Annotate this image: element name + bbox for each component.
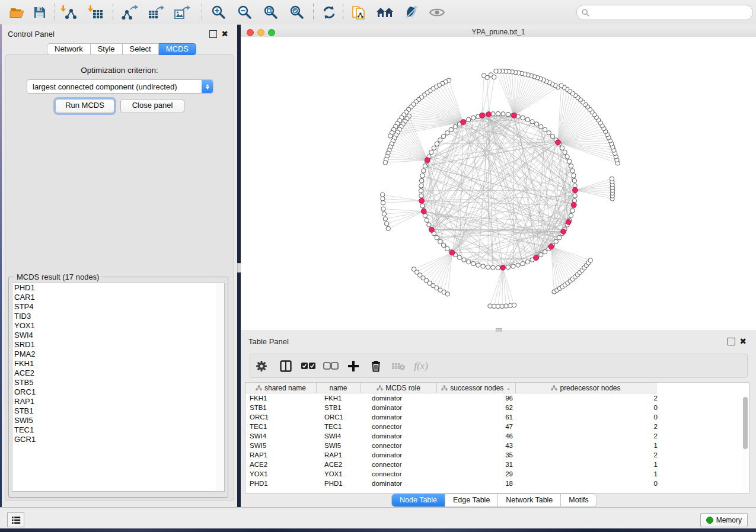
network-node[interactable] (492, 304, 496, 308)
network-node[interactable] (506, 265, 510, 269)
table-cell[interactable]: 2 (526, 432, 666, 440)
column-header-shared-name[interactable]: shared name (245, 383, 317, 393)
import-network-icon[interactable] (58, 2, 78, 22)
network-hub-node[interactable] (486, 112, 492, 117)
network-node[interactable] (471, 261, 476, 265)
tab-network[interactable]: Network (47, 43, 91, 55)
zoom-fit-icon[interactable] (261, 2, 281, 22)
network-hub-node[interactable] (449, 250, 455, 255)
network-node[interactable] (543, 127, 547, 132)
table-cell[interactable]: STB1 (245, 404, 320, 411)
table-cell[interactable]: dominator (368, 414, 448, 421)
network-node[interactable] (381, 197, 385, 201)
mcds-result-item[interactable]: ACE2 (12, 368, 217, 378)
mcds-result-item[interactable]: RAP1 (12, 397, 217, 406)
network-node[interactable] (419, 194, 423, 198)
network-node[interactable] (383, 217, 387, 221)
export-table-icon[interactable] (146, 2, 166, 22)
mcds-result-item[interactable]: SRD1 (12, 340, 217, 350)
network-node[interactable] (521, 261, 525, 265)
network-hub-node[interactable] (419, 198, 425, 204)
network-node[interactable] (554, 239, 558, 243)
network-node[interactable] (420, 204, 425, 208)
table-cell[interactable]: 47 (448, 423, 526, 430)
network-node[interactable] (491, 265, 495, 270)
table-cell[interactable]: 2 (526, 395, 666, 402)
column-header-predecessor-nodes[interactable]: predecessor nodes (516, 383, 656, 393)
network-node[interactable] (427, 223, 431, 227)
network-node[interactable] (457, 255, 461, 259)
close-panel-icon[interactable]: ✖ (221, 31, 228, 37)
table-cell[interactable]: SWI4 (320, 432, 368, 440)
network-node[interactable] (441, 134, 445, 138)
network-hub-node[interactable] (573, 187, 578, 193)
network-hub-node[interactable] (561, 229, 566, 234)
network-node[interactable] (494, 69, 498, 73)
network-node[interactable] (382, 211, 386, 216)
network-node[interactable] (445, 292, 449, 296)
table-cell[interactable]: ORC1 (320, 414, 368, 421)
export-network-icon[interactable] (120, 2, 140, 22)
save-session-icon[interactable] (30, 2, 50, 22)
table-cell[interactable]: 1 (526, 470, 666, 477)
network-node[interactable] (588, 258, 592, 262)
network-node[interactable] (419, 178, 423, 182)
network-node[interactable] (569, 164, 573, 168)
table-cell[interactable]: 35 (448, 451, 526, 459)
table-cell[interactable]: TEC1 (245, 423, 320, 430)
network-node[interactable] (471, 116, 476, 120)
network-node[interactable] (570, 169, 575, 173)
close-table-panel-icon[interactable]: ✖ (739, 338, 747, 345)
table-cell[interactable]: 31 (448, 461, 526, 468)
optimization-criterion-select[interactable]: largest connected component (undirected) (27, 79, 213, 94)
network-node[interactable] (420, 174, 425, 178)
table-row[interactable]: SWI4SWI4dominator462 (245, 431, 749, 441)
network-node[interactable] (423, 164, 427, 168)
table-cell[interactable]: connector (368, 442, 448, 449)
search-input[interactable] (592, 7, 752, 18)
network-hub-node[interactable] (556, 140, 561, 145)
network-node[interactable] (381, 207, 385, 211)
network-node[interactable] (384, 222, 388, 226)
network-node[interactable] (386, 226, 390, 230)
table-cell[interactable]: ACE2 (245, 461, 320, 468)
network-node[interactable] (525, 117, 529, 121)
network-hub-node[interactable] (421, 209, 426, 214)
mcds-result-item[interactable]: YOX1 (12, 321, 217, 331)
table-cell[interactable]: STB1 (320, 404, 368, 411)
show-column-panel-icon[interactable] (275, 360, 297, 372)
network-canvas[interactable] (241, 37, 756, 331)
network-node[interactable] (512, 303, 516, 307)
network-node[interactable] (496, 304, 500, 308)
network-node[interactable] (441, 243, 445, 247)
network-node[interactable] (381, 201, 385, 205)
network-hub-node[interactable] (480, 113, 485, 118)
table-cell[interactable]: PHD1 (245, 480, 320, 487)
unselect-all-columns-icon[interactable] (320, 362, 342, 370)
network-node[interactable] (453, 124, 457, 129)
table-cell[interactable]: 0 (526, 414, 666, 421)
open-file-icon[interactable] (7, 2, 27, 22)
mcds-result-list[interactable]: PHD1CAR1STP4TID3YOX1SWI4SRD1PMA2FKH1ACE2… (12, 283, 218, 492)
table-cell[interactable]: 43 (448, 442, 526, 449)
network-hub-node[interactable] (566, 219, 571, 225)
table-cell[interactable]: connector (368, 423, 448, 430)
table-row[interactable]: SWI5SWI5connector431 (245, 441, 749, 450)
table-cell[interactable]: PHD1 (320, 480, 368, 487)
network-node[interactable] (445, 131, 449, 135)
table-row[interactable]: STB1STB1dominator620 (245, 403, 749, 412)
network-node[interactable] (432, 146, 436, 150)
table-row[interactable]: FKH1FKH1dominator962 (245, 393, 749, 403)
table-cell[interactable]: 2 (526, 423, 666, 430)
network-node[interactable] (569, 213, 573, 217)
table-cell[interactable]: ACE2 (320, 461, 368, 468)
table-cell[interactable]: connector (368, 470, 448, 477)
table-cell[interactable]: dominator (368, 395, 448, 402)
mcds-result-item[interactable]: PHD1 (12, 283, 217, 293)
mcds-result-item[interactable]: STP4 (12, 302, 217, 312)
mcds-result-item[interactable]: ORC1 (12, 387, 217, 397)
network-node[interactable] (467, 259, 471, 264)
network-node[interactable] (572, 178, 576, 182)
zoom-in-icon[interactable] (209, 2, 229, 22)
table-cell[interactable]: 0 (526, 404, 666, 411)
